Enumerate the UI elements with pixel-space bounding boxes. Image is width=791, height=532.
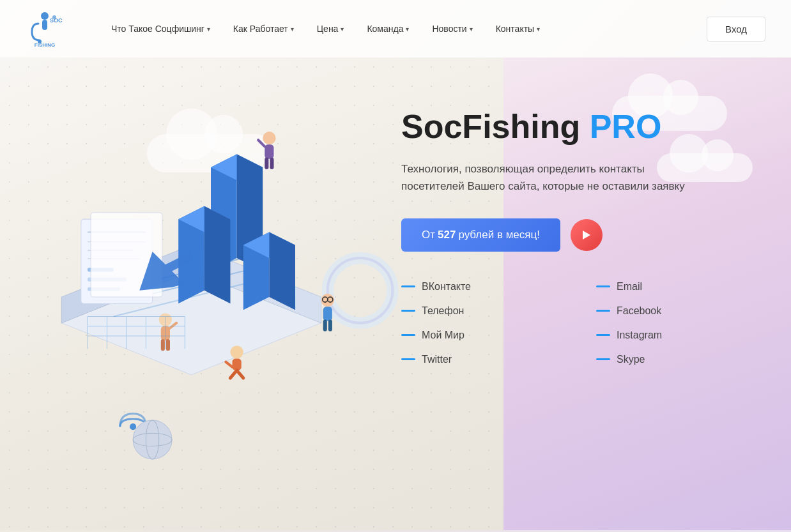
chevron-down-icon: ▾ bbox=[406, 26, 409, 33]
feature-dash-icon bbox=[401, 285, 415, 287]
feature-facebook: Facebook bbox=[596, 301, 753, 321]
svg-rect-34 bbox=[265, 144, 273, 158]
svg-rect-47 bbox=[323, 307, 332, 321]
nav-item-price[interactable]: Цена ▾ bbox=[308, 19, 353, 39]
feature-dash-icon bbox=[401, 310, 415, 312]
feature-telefon: Телефон bbox=[401, 301, 558, 321]
feature-dash-icon bbox=[596, 310, 610, 312]
svg-rect-35 bbox=[265, 158, 268, 169]
page-wrapper: FISHING SOC Что Такое Соцфишинг ▾ Как Ра… bbox=[0, 0, 791, 532]
svg-rect-40 bbox=[161, 339, 165, 351]
svg-rect-51 bbox=[233, 358, 242, 370]
hero-subtitle: Технология, позволяющая определить конта… bbox=[401, 160, 708, 195]
svg-rect-41 bbox=[166, 339, 170, 351]
svg-line-53 bbox=[237, 370, 243, 378]
svg-text:SOC: SOC bbox=[50, 17, 63, 24]
feature-dash-icon bbox=[401, 358, 415, 360]
main-content: SocFishing PRO Технология, позволяющая о… bbox=[0, 57, 791, 530]
chevron-down-icon: ▾ bbox=[537, 26, 540, 33]
chevron-down-icon: ▾ bbox=[207, 26, 210, 33]
svg-text:FISHING: FISHING bbox=[35, 42, 55, 48]
hero-content: SocFishing PRO Технология, позволяющая о… bbox=[401, 109, 753, 369]
svg-rect-49 bbox=[328, 320, 332, 331]
chevron-down-icon: ▾ bbox=[291, 26, 294, 33]
svg-marker-68 bbox=[583, 231, 590, 239]
svg-rect-36 bbox=[270, 158, 273, 169]
svg-point-5 bbox=[52, 15, 56, 19]
nav-item-team[interactable]: Команда ▾ bbox=[358, 19, 418, 39]
feature-instagram: Instagram bbox=[596, 326, 753, 345]
nav-login: Вход bbox=[707, 17, 765, 42]
nav-item-news[interactable]: Новости ▾ bbox=[423, 19, 481, 39]
navbar: FISHING SOC Что Такое Соцфишинг ▾ Как Ра… bbox=[0, 0, 791, 57]
svg-line-54 bbox=[226, 362, 232, 367]
svg-marker-20 bbox=[269, 232, 295, 310]
feature-dash-icon bbox=[401, 334, 415, 336]
feature-moimir: Мой Мир bbox=[401, 326, 558, 345]
cta-button[interactable]: От 527 рублей в месяц! bbox=[401, 218, 560, 252]
login-button[interactable]: Вход bbox=[707, 17, 765, 42]
feature-email: Email bbox=[596, 277, 753, 296]
svg-point-56 bbox=[133, 420, 172, 459]
cta-row: От 527 рублей в месяц! bbox=[401, 218, 753, 252]
svg-rect-1 bbox=[42, 20, 47, 30]
feature-dash-icon bbox=[596, 334, 610, 336]
chevron-down-icon: ▾ bbox=[470, 26, 473, 33]
feature-skype: Skype bbox=[596, 350, 753, 369]
svg-point-32 bbox=[328, 258, 393, 323]
svg-point-50 bbox=[230, 346, 243, 358]
svg-rect-48 bbox=[323, 320, 327, 331]
feature-dash-icon bbox=[596, 358, 610, 360]
nav-item-howworks[interactable]: Как Работает ▾ bbox=[224, 19, 303, 39]
svg-point-33 bbox=[263, 132, 275, 144]
feature-vkontakte: ВКонтакте bbox=[401, 277, 558, 296]
feature-twitter: Twitter bbox=[401, 350, 558, 369]
logo[interactable]: FISHING SOC bbox=[26, 10, 64, 48]
features-grid: ВКонтакте Email Телефон Facebook Мой Мир bbox=[401, 277, 753, 369]
svg-point-55 bbox=[130, 423, 136, 430]
nav-item-contacts[interactable]: Контакты ▾ bbox=[487, 19, 549, 39]
nav-links: Что Такое Соцфишинг ▾ Как Работает ▾ Цен… bbox=[102, 19, 707, 39]
chevron-down-icon: ▾ bbox=[341, 26, 344, 33]
svg-point-0 bbox=[41, 12, 49, 20]
feature-dash-icon bbox=[596, 285, 610, 287]
cta-arrow-button[interactable] bbox=[571, 219, 603, 251]
hero-illustration bbox=[19, 89, 403, 505]
hero-title: SocFishing PRO bbox=[401, 109, 753, 145]
nav-item-socfishing[interactable]: Что Такое Соцфишинг ▾ bbox=[102, 19, 219, 39]
svg-marker-17 bbox=[204, 206, 231, 303]
